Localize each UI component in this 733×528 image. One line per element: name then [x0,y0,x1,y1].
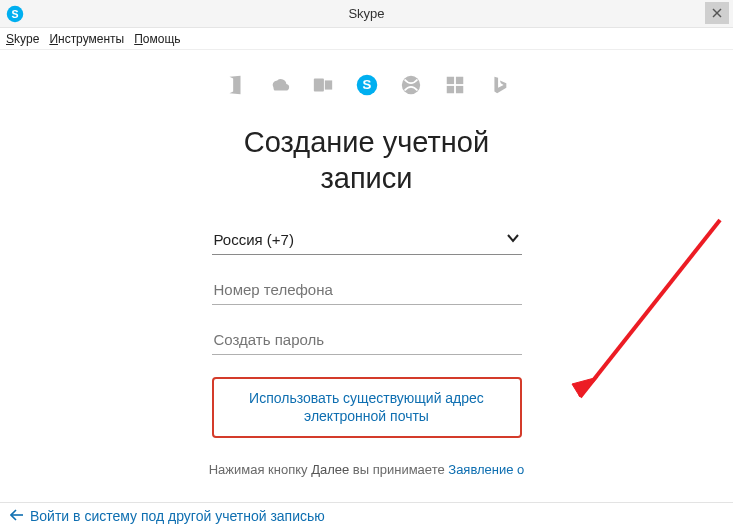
terms-mid: вы принимаете [349,462,448,477]
footer-link-label: Войти в систему под другой учетной запис… [30,508,325,524]
terms-prefix: Нажимая кнопку [209,462,311,477]
menu-label: kype [14,32,39,46]
brand-icon-row: S [224,74,510,96]
sign-in-different-account-link[interactable]: Войти в систему под другой учетной запис… [10,508,325,524]
heading-line2: записи [320,162,412,194]
xbox-icon [400,74,422,96]
password-input[interactable] [212,325,522,355]
svg-point-8 [401,76,419,94]
window-title: Skype [348,6,384,21]
use-existing-email-link[interactable]: Использовать существующий адрес электрон… [220,389,514,427]
heading-line1: Создание учетной [244,126,489,158]
chevron-down-icon [506,231,520,248]
terms-bold: Далее [311,462,349,477]
onedrive-icon [268,74,290,96]
svg-rect-9 [446,77,453,84]
menu-label: нструменты [58,32,124,46]
terms-link[interactable]: Заявление о [448,462,524,477]
skype-icon: S [6,5,24,23]
svg-rect-10 [455,77,462,84]
alt-link-line2: электронной почты [304,408,429,424]
menu-tools[interactable]: Инструменты [49,32,124,46]
menu-bar: Skype Инструменты Помощь [0,28,733,50]
use-email-highlight: Использовать существующий адрес электрон… [212,377,522,439]
country-selected-value: Россия (+7) [214,231,294,248]
content-area: S Создание учетной записи Россия (+7) Ис… [0,50,733,502]
terms-text: Нажимая кнопку Далее вы принимаете Заявл… [209,462,525,477]
svg-text:S: S [362,77,371,92]
alt-link-line1: Использовать существующий адрес [249,390,484,406]
outlook-icon [312,74,334,96]
menu-label: омощь [143,32,181,46]
windows-icon [444,74,466,96]
phone-input[interactable] [212,275,522,305]
svg-rect-4 [313,79,323,92]
country-code-select[interactable]: Россия (+7) [212,225,522,255]
svg-rect-12 [455,86,462,93]
menu-skype[interactable]: Skype [6,32,39,46]
title-bar: S Skype [0,0,733,28]
arrow-left-icon [10,508,24,524]
svg-rect-11 [446,86,453,93]
svg-text:S: S [11,7,18,19]
skype-large-icon: S [356,74,378,96]
footer-bar: Войти в систему под другой учетной запис… [0,502,733,528]
bing-icon [488,74,510,96]
signup-form: Россия (+7) [212,225,522,355]
close-button[interactable] [705,2,729,24]
page-heading: Создание учетной записи [244,124,489,197]
office-icon [224,74,246,96]
menu-help[interactable]: Помощь [134,32,180,46]
svg-rect-5 [324,80,331,89]
